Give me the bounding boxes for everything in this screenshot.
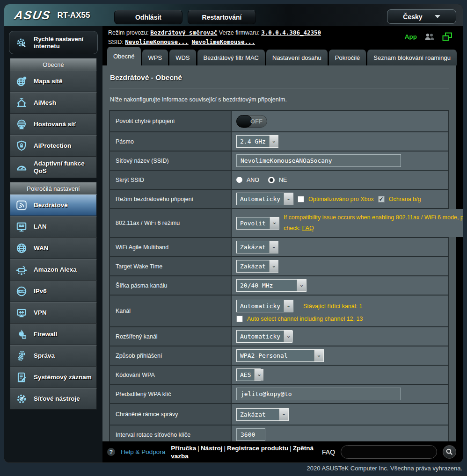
field-value: Automaticky Optimalizováno pro Xbox Ochr… <box>232 190 448 208</box>
band-select[interactable]: 2.4 GHz <box>236 135 278 148</box>
select-value: WPA2-Personal <box>237 350 314 361</box>
sidebar: Rychlé nastavení internetu Obecné Mapa s… <box>4 26 102 462</box>
logout-button[interactable]: Odhlásit <box>114 10 182 24</box>
tab-wps[interactable]: WPS <box>142 50 168 65</box>
tab-wds[interactable]: WDS <box>169 50 196 65</box>
sidebar-item-quick-setup[interactable]: Rychlé nastavení internetu <box>9 31 98 54</box>
target-wake-time-select[interactable]: Zakázat <box>236 260 278 273</box>
channel-line-1: Automaticky Stávající řídící kanál: 1 <box>236 300 362 312</box>
sidebar-item-administration[interactable]: Správa <box>10 345 97 367</box>
search-icon <box>446 448 453 455</box>
alexa-device-icon <box>13 264 30 276</box>
sidebar-item-system-log[interactable]: Systémový záznam <box>10 367 97 388</box>
field-value <box>232 385 448 403</box>
auto-select-channel-checkbox[interactable] <box>236 316 243 322</box>
field-value: WPA2-Personal <box>232 346 448 365</box>
remote-connection-icon[interactable] <box>442 32 452 41</box>
sidebar-item-label: LAN <box>34 223 47 231</box>
channel-select[interactable]: Automaticky <box>236 300 293 312</box>
gears-icon <box>13 350 30 362</box>
row-extension-channel: Rozšířený kanál Automaticky <box>110 327 448 346</box>
product-registration-link[interactable]: Registrace produktu <box>227 445 288 452</box>
clients-icon[interactable] <box>424 33 435 41</box>
content-panel: Bezdrátové - Obecné Níže nakonfigurujte … <box>102 65 456 441</box>
app-link[interactable]: App <box>405 32 417 41</box>
sidebar-item-qos[interactable]: Adaptivní funkce QoS <box>10 157 97 178</box>
wpa-key-input[interactable] <box>236 388 401 400</box>
info-bar: Režim provozu: Bezdrátový směrovač Verze… <box>102 26 463 47</box>
tab-roaming-block[interactable]: Seznam blokování roamingu <box>367 50 457 65</box>
chevron-down-icon <box>284 193 293 205</box>
faq-search-input[interactable] <box>341 445 437 459</box>
tab-radius[interactable]: Nastavení dosahu <box>266 50 328 65</box>
sidebar-item-network-map[interactable]: Mapa sítě <box>10 71 97 92</box>
tab-general[interactable]: Obecné <box>107 47 141 65</box>
auto-select-channel-label: Auto select channel including channel 12… <box>247 316 363 322</box>
sidebar-item-ipv6[interactable]: IPv6 <box>10 281 97 302</box>
bg-protection-label: Ochrana b/g <box>389 196 421 202</box>
gear-wrench-icon <box>13 393 30 405</box>
sidebar-item-firewall[interactable]: Firewall <box>10 324 97 345</box>
main-column: Režim provozu: Bezdrátový směrovač Verze… <box>102 26 463 462</box>
sidebar-item-amazon-alexa[interactable]: Amazon Alexa <box>10 259 97 281</box>
field-label: Předsdílený WPA klíč <box>110 385 232 403</box>
sidebar-item-network-tools[interactable]: Síťové nástroje <box>10 388 97 410</box>
chevron-down-icon <box>297 280 306 291</box>
faq-link[interactable]: FAQ <box>302 225 314 231</box>
sidebar-item-label: Firewall <box>34 331 57 338</box>
hide-ssid-yes-radio[interactable] <box>236 177 242 183</box>
field-value: Zakázat <box>232 238 448 256</box>
operation-mode-link[interactable]: Bezdrátový směrovač <box>150 29 217 36</box>
firmware-version-link[interactable]: 3.0.0.4.386_42350 <box>261 29 321 36</box>
search-button[interactable] <box>443 445 456 459</box>
wireless-mode-select[interactable]: Automaticky <box>236 193 293 205</box>
sidebar-item-aiprotection[interactable]: AiProtection <box>10 135 97 157</box>
help-support-link[interactable]: Help & Podpora <box>121 448 165 455</box>
ipv6-badge-icon <box>13 285 30 297</box>
sidebar-section-advanced: Pokročilá nastavení <box>10 182 97 195</box>
field-label: Síťový název (SSID) <box>110 151 232 170</box>
sidebar-item-label: VPN <box>34 309 47 317</box>
language-select[interactable]: Česky <box>387 9 456 24</box>
reboot-button[interactable]: Restartování <box>188 10 256 24</box>
field-label: Způsob přihlášení <box>110 346 232 365</box>
field-value: 2.4 GHz <box>232 132 448 151</box>
sidebar-item-lan[interactable]: LAN <box>10 216 97 238</box>
extension-channel-select[interactable]: Automaticky <box>236 330 292 343</box>
bandwidth-select[interactable]: 20/40 MHz <box>236 279 306 292</box>
bg-protection-checkbox[interactable] <box>378 196 385 202</box>
utility-link[interactable]: Nástroj <box>201 445 223 452</box>
sidebar-item-vpn[interactable]: VPN <box>10 302 97 324</box>
field-label: Chráněné rámce správy <box>110 404 232 425</box>
row-target-wake-time: Target Wake Time Zakázat <box>110 257 448 276</box>
ssid-24-link[interactable]: NevolimeKomouse... <box>125 38 188 45</box>
row-protected-frames: Chráněné rámce správy Zakázat <box>110 404 448 426</box>
ssid-5-link[interactable]: NevolimeKomouse... <box>192 38 255 45</box>
select-value: Automaticky <box>237 331 284 342</box>
auth-method-select[interactable]: WPA2-Personal <box>236 349 324 362</box>
agile-multiband-select[interactable]: Zakázat <box>236 241 278 253</box>
rekey-interval-input[interactable] <box>236 428 265 441</box>
sidebar-item-guest-network[interactable]: Hostovaná síť <box>10 114 97 135</box>
chevron-down-icon <box>269 241 278 253</box>
manual-link[interactable]: Příručka <box>171 445 196 452</box>
tab-mac-filter[interactable]: Bezdrátový filtr MAC <box>197 50 265 65</box>
ssid-input[interactable] <box>236 154 401 167</box>
hide-ssid-no-radio[interactable] <box>268 177 275 183</box>
chevron-down-icon <box>269 260 278 272</box>
field-value: OFF <box>232 111 448 131</box>
sidebar-item-label: Síťové nástroje <box>34 395 80 403</box>
sidebar-item-aimesh[interactable]: AiMesh <box>10 92 97 114</box>
xbox-optimized-checkbox[interactable] <box>298 196 304 202</box>
toggle-knob <box>236 115 252 128</box>
ax-mode-select[interactable]: Povolit <box>236 217 279 230</box>
field-label: Pásmo <box>110 132 232 151</box>
chevron-down-icon <box>314 350 323 361</box>
sidebar-item-wireless[interactable]: Bezdrátové <box>10 195 97 216</box>
sidebar-item-label: Systémový záznam <box>34 374 92 381</box>
smart-connect-toggle[interactable]: OFF <box>236 115 267 128</box>
sidebar-item-wan[interactable]: WAN <box>10 238 97 259</box>
wpa-encryption-select[interactable]: AES <box>236 368 261 381</box>
tab-professional[interactable]: Pokročilé <box>329 50 366 65</box>
protected-frames-select[interactable]: Zakázat <box>236 408 289 421</box>
